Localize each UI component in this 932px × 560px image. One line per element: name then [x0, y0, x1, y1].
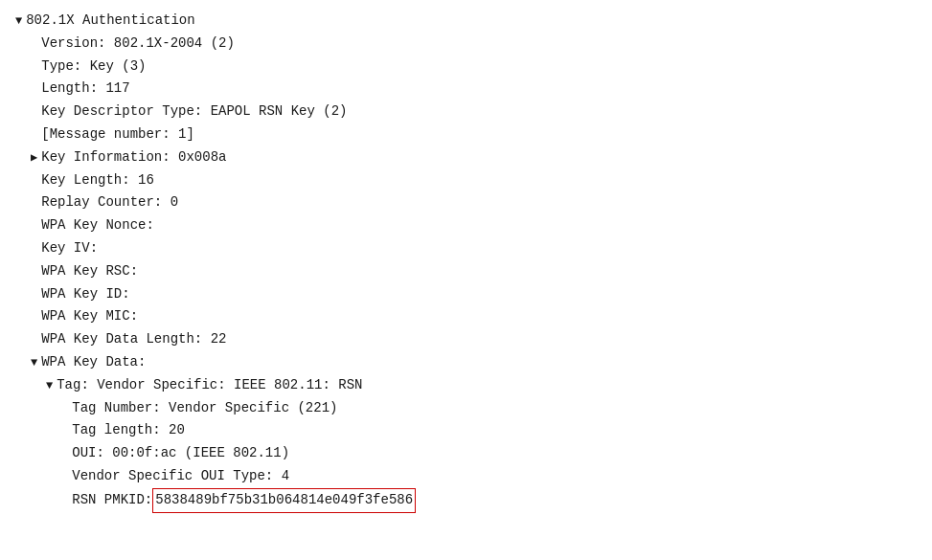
collapse-icon-keyinfo — [31, 148, 37, 168]
list-item: ▶ Key Descriptor Type: EAPOL RSN Key (2) — [15, 101, 917, 123]
list-item: ▶ [Message number: 1] — [15, 123, 917, 146]
expand-icon-wkd — [31, 353, 37, 372]
field-label: Tag Number: Vendor Specific (221) — [72, 397, 337, 420]
list-item: ▶ WPA Key RSC: — [15, 260, 917, 283]
list-item: ▶ Key IV: — [15, 237, 917, 260]
field-label: Key Length: 16 — [41, 169, 154, 192]
list-item: ▶ Replay Counter: 0 — [15, 191, 917, 214]
field-label: Type: Key (3) — [41, 56, 146, 78]
vendor-specific-item[interactable]: Tag: Vendor Specific: IEEE 802.11: RSN — [15, 374, 917, 397]
expand-icon-root — [15, 11, 22, 31]
list-item: ▶ WPA Key MIC: — [15, 305, 917, 328]
field-label: Length: 117 — [41, 78, 129, 101]
field-label: WPA Key RSC: — [41, 260, 138, 283]
field-label: Version: 802.1X-2004 (2) — [41, 33, 235, 56]
field-label: WPA Key ID: — [41, 283, 129, 306]
expand-icon-vs — [46, 376, 53, 395]
field-label: WPA Key MIC: — [41, 305, 138, 328]
list-item: ▶ Type: Key (3) — [15, 56, 917, 78]
wpa-key-data-item[interactable]: WPA Key Data: — [15, 351, 917, 374]
list-item: ▶ Key Length: 16 — [15, 169, 917, 192]
list-item: ▶ Tag length: 20 — [15, 419, 917, 442]
list-item: ▶ WPA Key Data Length: 22 — [15, 328, 917, 351]
field-label: Vendor Specific OUI Type: 4 — [72, 465, 289, 488]
list-item: ▶ Vendor Specific OUI Type: 4 — [15, 465, 917, 488]
field-label: WPA Key Nonce: — [41, 214, 154, 237]
root-label: 802.1X Authentication — [26, 10, 194, 33]
field-label: Tag length: 20 — [72, 419, 185, 442]
list-item: ▶ WPA Key Nonce: — [15, 214, 917, 237]
list-item: ▶ Version: 802.1X-2004 (2) — [15, 33, 917, 56]
field-label: Replay Counter: 0 — [41, 191, 178, 214]
field-label: WPA Key Data Length: 22 — [41, 328, 226, 351]
field-label: OUI: 00:0f:ac (IEEE 802.11) — [72, 442, 289, 465]
rsn-pmkid-value: 5838489bf75b31b064814e049f3fe586 — [152, 488, 416, 513]
list-item: ▶ Length: 117 — [15, 78, 917, 101]
list-item: ▶ OUI: 00:0f:ac (IEEE 802.11) — [15, 442, 917, 465]
list-item: ▶ WPA Key ID: — [15, 283, 917, 306]
list-item: ▶ Tag Number: Vendor Specific (221) — [15, 397, 917, 420]
rsn-pmkid-item: ▶ RSN PMKID: 5838489bf75b31b064814e049f3… — [15, 488, 917, 513]
rsn-pmkid-label: RSN PMKID: — [72, 489, 152, 512]
field-label: Key Descriptor Type: EAPOL RSN Key (2) — [41, 101, 347, 123]
field-label: Key Information: 0x008a — [41, 146, 226, 169]
root-item[interactable]: 802.1X Authentication — [15, 10, 917, 33]
field-label: Key IV: — [41, 237, 98, 260]
packet-tree: 802.1X Authentication ▶ Version: 802.1X-… — [0, 0, 932, 523]
field-label: WPA Key Data: — [41, 351, 146, 374]
field-label: Tag: Vendor Specific: IEEE 802.11: RSN — [57, 374, 362, 397]
field-label: [Message number: 1] — [41, 123, 194, 146]
key-information-item[interactable]: Key Information: 0x008a — [15, 146, 917, 169]
